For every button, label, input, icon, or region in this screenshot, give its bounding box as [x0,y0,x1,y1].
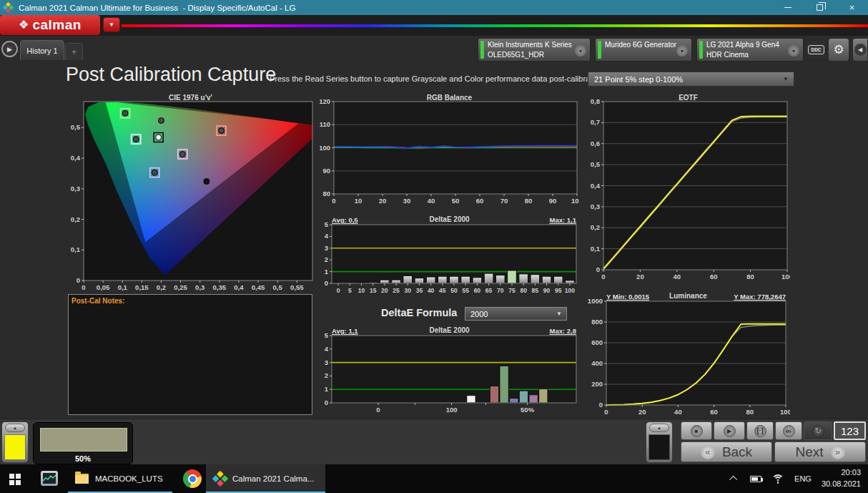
svg-text:80: 80 [746,273,754,280]
calman-logo-text: calman [32,17,81,33]
clock[interactable]: 20:03 30.08.2021 [822,467,861,490]
chevron-down-icon: ▼ [109,21,114,28]
next-button[interactable]: Next » [774,441,866,462]
svg-text:0,2: 0,2 [71,215,80,223]
read-button[interactable]: ▶ [714,421,745,440]
display-dropdown[interactable]: LG 2021 Alpha 9 Gen4 HDR Cinema ▼ [696,38,804,62]
svg-text:2: 2 [325,255,328,263]
svg-text:100: 100 [446,406,458,414]
minimize-button[interactable] [771,0,804,15]
pattern-color-swatch[interactable] [4,434,26,460]
svg-text:0,25: 0,25 [174,283,187,291]
pattern-window-right: ▲ [646,421,673,463]
svg-text:0,7: 0,7 [591,118,600,126]
test-patch-color[interactable] [40,428,127,451]
main-menu-button[interactable]: ▼ [103,17,120,32]
settings-button[interactable]: ⚙ [828,38,849,62]
taskbar-item-calman[interactable]: Calman 2021 Calma... [206,464,325,493]
svg-text:80: 80 [322,190,330,197]
close-button[interactable]: × [836,0,868,15]
test-patch-window: 50% [33,422,133,464]
svg-text:5: 5 [348,287,352,294]
window-title: Calman 2021 Calman Ultimate for Business… [19,4,295,12]
bottom-control-bar: ▲ 50% ▲ ■ ▶ [·] ∞ ↻ 123 « Back Next » [0,419,868,464]
ddc-button[interactable]: DDC [807,40,826,59]
svg-text:15: 15 [370,287,377,294]
svg-text:0,5: 0,5 [591,160,601,168]
svg-text:10: 10 [358,287,365,294]
level-indicator: 123 [834,421,866,440]
restore-button[interactable] [804,0,836,15]
luminance-chart: Y Min: 0,0015 Luminance Y Max: 778,2647 … [586,292,790,419]
svg-text:4: 4 [325,345,329,353]
svg-text:0,35: 0,35 [213,283,227,291]
expand-pattern-button[interactable]: ▲ [5,424,25,432]
meter-mode: OLED65G1_HDR [488,51,544,59]
meter-dropdown[interactable]: Klein Instruments K Series OLED65G1_HDR … [478,38,591,62]
svg-text:0: 0 [337,287,340,294]
post-cal-notes-field[interactable]: Post-Cal Notes: [68,294,312,415]
display-connected-indicator [699,41,703,59]
stop-button[interactable]: ■ [681,421,712,440]
taskbar-item-folder[interactable]: MACBOOK_LUTS [68,464,172,493]
collapse-panel-button[interactable]: ◀ [852,38,868,62]
ddc-icon: DDC [808,45,824,54]
language-indicator[interactable]: ENG [794,474,812,483]
chevron-down-icon: ▼ [783,76,789,82]
preset-value: 21 Point 5% step 0-100% [594,75,683,84]
svg-text:0,6: 0,6 [591,140,600,147]
svg-text:4: 4 [325,232,329,240]
svg-text:20: 20 [638,408,646,416]
deltae-formula-dropdown[interactable]: 2000 ▼ [465,307,567,321]
display-name: LG 2021 Alpha 9 Gen4 [706,41,779,49]
tray-time: 20:03 [822,467,861,479]
svg-text:80: 80 [520,287,527,294]
tab-history-1[interactable]: History 1 [20,40,64,60]
svg-text:0: 0 [332,197,335,205]
infinity-icon: ∞ [783,425,795,437]
calman-logo[interactable]: ❖ calman [0,15,100,35]
svg-text:40: 40 [674,273,681,280]
chrome-icon[interactable] [183,469,202,488]
task-manager-icon[interactable] [41,471,58,486]
back-button[interactable]: « Back [681,441,772,462]
deltae-color-title: DeltaE 2000 [320,326,579,334]
chevron-down-icon: ▼ [556,311,562,317]
read-series-button[interactable]: [·] [746,421,774,440]
svg-text:0,5: 0,5 [273,283,283,291]
pattern-window-left: ▲ [1,421,29,463]
folder-icon [75,474,89,484]
expand-pattern-button[interactable]: ▲ [649,424,669,432]
chevron-down-icon: ▼ [575,45,586,57]
svg-text:95: 95 [555,287,562,294]
svg-text:100: 100 [571,197,579,205]
layout-nav-button[interactable]: ▶ [1,41,18,57]
point-preset-dropdown[interactable]: 21 Point 5% step 0-100% ▼ [588,72,794,87]
tray-expand-icon[interactable] [729,476,737,484]
battery-icon[interactable] [750,476,761,482]
svg-text:65: 65 [485,287,493,294]
play-icon: ▶ [7,46,12,53]
svg-text:25: 25 [393,287,400,294]
chevron-up-icon: ▲ [657,426,661,430]
svg-text:0: 0 [599,401,603,409]
add-tab-button[interactable]: + [65,43,83,60]
chevron-left-icon: « [701,445,715,459]
chevron-right-icon: » [831,445,845,459]
start-button[interactable] [9,474,21,485]
svg-text:0: 0 [596,265,600,273]
read-continuous-button[interactable]: ∞ [775,421,802,440]
chevron-down-icon: ▼ [676,45,688,57]
wifi-icon[interactable] [771,474,784,484]
stop-icon: ■ [691,425,703,437]
svg-text:60: 60 [476,197,484,205]
refresh-icon: ↻ [812,425,824,437]
eotf-title: EOTF [586,94,790,102]
svg-text:75: 75 [508,287,516,294]
post-cal-notes-label: Post-Cal Notes: [71,297,124,305]
generator-dropdown[interactable]: Murideo 6G Generator ▼ [595,38,692,62]
app-icon [3,2,14,14]
svg-text:0: 0 [604,408,608,416]
pattern-color-swatch-dark[interactable] [648,434,670,460]
refresh-button[interactable]: ↻ [804,421,832,440]
